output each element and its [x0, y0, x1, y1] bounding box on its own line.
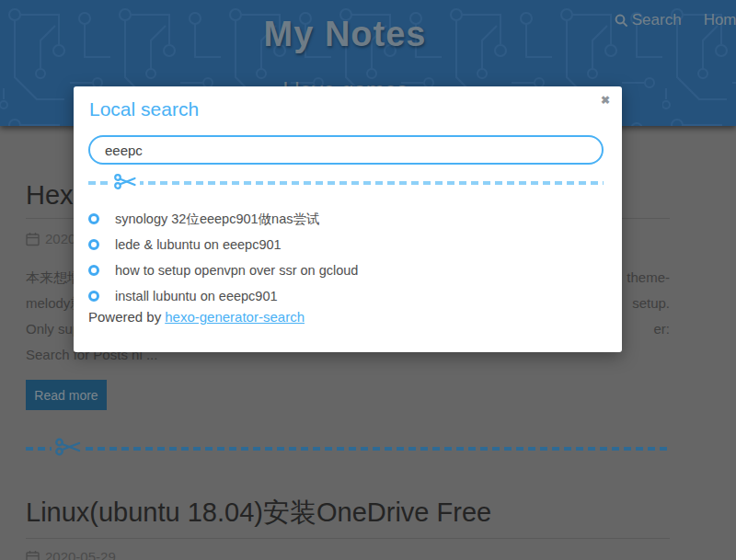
powered-by-text: Powered by	[88, 309, 161, 325]
close-icon[interactable]: ✖	[601, 95, 610, 106]
post2-title[interactable]: Linux(ubuntu 18.04)安装OneDrive Free	[26, 495, 491, 531]
site-title: My Notes	[0, 15, 690, 54]
circle-bullet-icon	[88, 239, 99, 250]
post1-title[interactable]: Hex	[26, 180, 74, 211]
hexo-generator-search-link[interactable]: hexo-generator-search	[165, 309, 305, 325]
post2-title-divider	[26, 538, 670, 539]
page: My Notes I love games Search Home Hex 20…	[0, 0, 736, 560]
post2-date-text: 2020-05-29	[45, 549, 116, 560]
header-nav: Search Home	[615, 11, 736, 29]
post-separator-dashed-line	[26, 447, 670, 451]
excerpt-fragment-right: setup.	[632, 295, 670, 313]
post1-date: 2020-	[26, 231, 80, 246]
nav-search-label: Search	[632, 11, 682, 29]
scissors-icon	[110, 173, 140, 194]
results-dashed-divider	[88, 181, 604, 185]
result-link: how to setup openvpn over ssr on gcloud	[115, 263, 358, 278]
search-result-item[interactable]: lede & lubuntu on eeepc901	[88, 232, 604, 257]
excerpt-fragment-left: Only sup	[26, 321, 80, 337]
post2-date: 2020-05-29	[26, 549, 116, 560]
nav-home-label: Home	[704, 11, 736, 29]
excerpt-fragment-right: theme-	[627, 269, 670, 287]
circle-bullet-icon	[88, 291, 99, 302]
read-more-button[interactable]: Read more	[26, 380, 107, 410]
local-search-modal: Local search ✖ synology 32位eeepc901做nas尝…	[74, 86, 622, 352]
calendar-icon	[26, 232, 40, 246]
powered-by-line: Powered byhexo-generator-search	[88, 309, 305, 325]
result-link: synology 32位eeepc901做nas尝试	[115, 211, 319, 228]
result-link: install lubuntu on eeepc901	[115, 289, 278, 303]
circle-bullet-icon	[88, 265, 99, 276]
calendar-icon	[26, 550, 40, 560]
nav-search-link[interactable]: Search	[615, 11, 682, 29]
search-input[interactable]	[88, 135, 604, 165]
nav-home-link[interactable]: Home	[704, 11, 736, 29]
excerpt-fragment-right: er:	[653, 321, 670, 337]
modal-title: Local search	[89, 98, 199, 120]
search-icon	[615, 14, 628, 28]
scissors-icon	[52, 437, 85, 461]
circle-bullet-icon	[88, 213, 99, 224]
result-link: lede & lubuntu on eeepc901	[115, 237, 282, 252]
search-result-item[interactable]: how to setup openvpn over ssr on gcloud	[88, 257, 604, 283]
search-result-item[interactable]: synology 32位eeepc901做nas尝试	[88, 206, 604, 232]
search-result-item[interactable]: install lubuntu on eeepc901	[88, 283, 604, 309]
excerpt-fragment-left: 本来想增	[26, 269, 81, 287]
